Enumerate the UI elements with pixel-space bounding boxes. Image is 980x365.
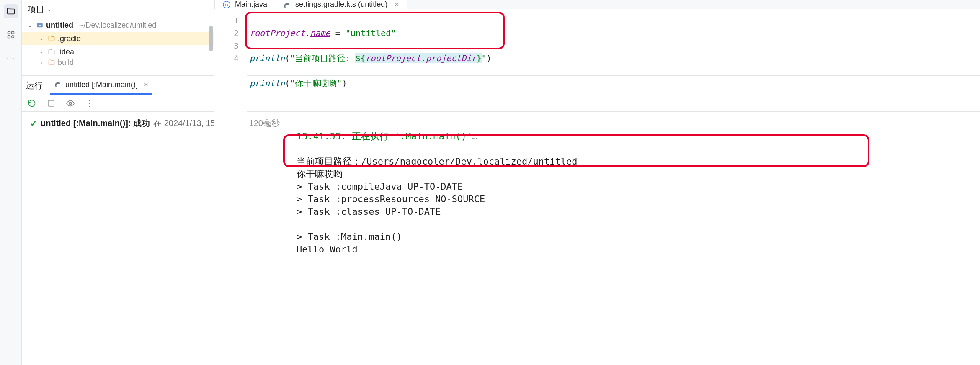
editor-tabs: C Main.java settings.gradle.kts (untitle… [214, 0, 980, 9]
stop-icon[interactable] [45, 98, 57, 109]
chevron-right-icon: › [38, 59, 45, 66]
tab-label: settings.gradle.kts (untitled) [295, 0, 387, 9]
rerun-icon[interactable] [26, 98, 38, 109]
editor-tab-main[interactable]: C Main.java [214, 0, 275, 9]
run-status-text: untitled [:Main.main()]: 成功 [41, 118, 150, 129]
console-output[interactable]: 15:41:55: 正在执行 ':Main.main()'… 当前项目路径：/U… [288, 112, 980, 365]
folder-icon [47, 35, 56, 42]
close-icon[interactable]: ✕ [144, 81, 149, 88]
module-icon [35, 21, 44, 29]
gradle-icon [54, 80, 62, 90]
folder-icon[interactable] [4, 4, 18, 18]
run-tab-label: untitled [:Main.main()] [65, 80, 138, 89]
tab-label: Main.java [235, 0, 267, 9]
svg-rect-9 [48, 100, 54, 106]
chevron-right-icon: › [38, 49, 45, 55]
dashboard-icon[interactable] [4, 28, 18, 42]
tree-hint: ~/Dev.localized/untitled [79, 21, 156, 30]
svg-rect-1 [11, 32, 14, 34]
run-tab[interactable]: untitled [:Main.main()] ✕ [50, 76, 152, 95]
chevron-down-icon: ⌄ [26, 22, 34, 28]
folder-icon [47, 48, 56, 56]
tree-row-root[interactable]: ⌄ untitled ~/Dev.localized/untitled [22, 18, 214, 32]
gutter: 1 2 3 4 [214, 9, 247, 152]
gradle-icon [283, 0, 291, 9]
run-panel-title: 运行 [26, 80, 43, 91]
folder-icon [47, 59, 56, 66]
svg-point-3 [11, 36, 14, 38]
svg-text:C: C [225, 2, 228, 7]
tree-label: build [58, 59, 74, 66]
left-rail: ··· [0, 0, 22, 365]
chevron-down-icon: ⌄ [47, 6, 52, 13]
more-vertical-icon[interactable]: ⋮ [84, 98, 95, 109]
tree-row-gradle[interactable]: › .gradle [22, 32, 214, 45]
tree-label: .idea [58, 48, 74, 57]
project-panel-title[interactable]: 项目 ⌄ [22, 0, 214, 18]
svg-rect-2 [8, 36, 10, 38]
editor-tab-settings[interactable]: settings.gradle.kts (untitled) ✕ [275, 0, 407, 9]
project-tree[interactable]: ⌄ untitled ~/Dev.localized/untitled › .g… [22, 18, 214, 75]
run-panel: 运行 untitled [:Main.main()] ✕ [22, 75, 980, 365]
check-icon: ✓ [30, 118, 37, 129]
chevron-right-icon: › [38, 36, 45, 42]
more-icon[interactable]: ··· [4, 51, 18, 65]
class-icon: C [222, 0, 231, 9]
scrollbar[interactable] [209, 26, 213, 51]
tree-row-build[interactable]: › build [22, 59, 214, 66]
tree-label: untitled [46, 21, 73, 30]
project-panel-title-label: 项目 [28, 4, 44, 15]
svg-rect-5 [37, 23, 40, 24]
editor-area: C Main.java settings.gradle.kts (untitle… [214, 0, 980, 75]
close-icon[interactable]: ✕ [394, 1, 400, 8]
svg-rect-6 [39, 25, 41, 26]
project-panel: 项目 ⌄ ⌄ untitled ~/Dev.localized/untitled [22, 0, 214, 75]
tree-row-idea[interactable]: › .idea [22, 45, 214, 59]
svg-rect-0 [8, 32, 10, 34]
tree-label: .gradle [58, 34, 81, 43]
eye-icon[interactable] [64, 98, 76, 109]
svg-point-10 [69, 102, 72, 105]
